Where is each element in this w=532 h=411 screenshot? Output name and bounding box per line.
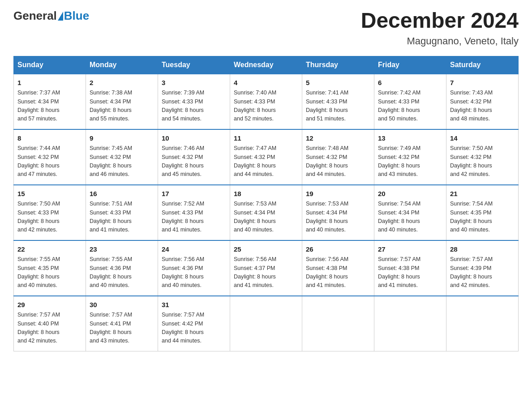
calendar-cell: 4Sunrise: 7:40 AMSunset: 4:33 PMDaylight…	[230, 74, 302, 129]
calendar-subtitle: Magugnano, Veneto, Italy	[361, 35, 519, 47]
header-cell-friday: Friday	[374, 56, 446, 74]
calendar-week-2: 8Sunrise: 7:44 AMSunset: 4:32 PMDaylight…	[14, 129, 519, 185]
day-number: 24	[162, 244, 226, 255]
header-cell-monday: Monday	[86, 56, 158, 74]
calendar-cell: 11Sunrise: 7:47 AMSunset: 4:32 PMDayligh…	[230, 129, 302, 185]
calendar-cell	[374, 296, 446, 351]
day-info: Sunrise: 7:45 AMSunset: 4:32 PMDaylight:…	[90, 144, 154, 179]
day-info: Sunrise: 7:47 AMSunset: 4:32 PMDaylight:…	[234, 144, 298, 179]
day-info: Sunrise: 7:54 AMSunset: 4:35 PMDaylight:…	[450, 200, 515, 235]
calendar-cell: 17Sunrise: 7:52 AMSunset: 4:33 PMDayligh…	[158, 185, 230, 240]
header-cell-saturday: Saturday	[446, 56, 519, 74]
day-info: Sunrise: 7:48 AMSunset: 4:32 PMDaylight:…	[306, 144, 370, 179]
day-number: 29	[17, 300, 82, 310]
day-info: Sunrise: 7:56 AMSunset: 4:36 PMDaylight:…	[162, 255, 226, 290]
calendar-cell: 20Sunrise: 7:54 AMSunset: 4:34 PMDayligh…	[374, 185, 446, 240]
day-number: 25	[234, 244, 298, 255]
day-info: Sunrise: 7:57 AMSunset: 4:38 PMDaylight:…	[378, 255, 442, 290]
day-number: 28	[450, 244, 515, 255]
calendar-cell: 6Sunrise: 7:42 AMSunset: 4:33 PMDaylight…	[374, 74, 446, 129]
day-number: 6	[378, 78, 442, 88]
calendar-week-5: 29Sunrise: 7:57 AMSunset: 4:40 PMDayligh…	[14, 296, 519, 351]
day-number: 5	[306, 78, 370, 88]
day-number: 14	[450, 133, 515, 144]
day-number: 16	[90, 189, 154, 199]
day-info: Sunrise: 7:40 AMSunset: 4:33 PMDaylight:…	[234, 89, 298, 124]
calendar-cell: 9Sunrise: 7:45 AMSunset: 4:32 PMDaylight…	[86, 129, 158, 185]
day-number: 4	[234, 78, 298, 88]
day-number: 30	[90, 300, 154, 310]
calendar-cell: 5Sunrise: 7:41 AMSunset: 4:33 PMDaylight…	[302, 74, 374, 129]
calendar-cell: 22Sunrise: 7:55 AMSunset: 4:35 PMDayligh…	[14, 240, 86, 296]
header-cell-thursday: Thursday	[302, 56, 374, 74]
day-number: 7	[450, 78, 515, 88]
day-number: 18	[234, 189, 298, 199]
day-number: 20	[378, 189, 442, 199]
day-number: 21	[450, 189, 515, 199]
calendar-cell: 14Sunrise: 7:50 AMSunset: 4:32 PMDayligh…	[446, 129, 519, 185]
day-info: Sunrise: 7:50 AMSunset: 4:32 PMDaylight:…	[450, 144, 515, 179]
day-info: Sunrise: 7:57 AMSunset: 4:41 PMDaylight:…	[90, 311, 154, 346]
calendar-cell: 28Sunrise: 7:57 AMSunset: 4:39 PMDayligh…	[446, 240, 519, 296]
day-info: Sunrise: 7:44 AMSunset: 4:32 PMDaylight:…	[17, 144, 82, 179]
day-info: Sunrise: 7:56 AMSunset: 4:38 PMDaylight:…	[306, 255, 370, 290]
day-number: 19	[306, 189, 370, 199]
day-number: 3	[162, 78, 226, 88]
calendar-week-1: 1Sunrise: 7:37 AMSunset: 4:34 PMDaylight…	[14, 74, 519, 129]
calendar-cell: 12Sunrise: 7:48 AMSunset: 4:32 PMDayligh…	[302, 129, 374, 185]
day-info: Sunrise: 7:54 AMSunset: 4:34 PMDaylight:…	[378, 200, 442, 235]
day-info: Sunrise: 7:57 AMSunset: 4:42 PMDaylight:…	[162, 311, 226, 346]
calendar-cell: 18Sunrise: 7:53 AMSunset: 4:34 PMDayligh…	[230, 185, 302, 240]
day-info: Sunrise: 7:49 AMSunset: 4:32 PMDaylight:…	[378, 144, 442, 179]
day-number: 8	[17, 133, 82, 144]
day-info: Sunrise: 7:53 AMSunset: 4:34 PMDaylight:…	[306, 200, 370, 235]
day-number: 10	[162, 133, 226, 144]
day-info: Sunrise: 7:38 AMSunset: 4:34 PMDaylight:…	[90, 89, 154, 124]
title-area: December 2024 Magugnano, Veneto, Italy	[361, 9, 519, 47]
calendar-cell: 13Sunrise: 7:49 AMSunset: 4:32 PMDayligh…	[374, 129, 446, 185]
day-number: 27	[378, 244, 442, 255]
day-number: 23	[90, 244, 154, 255]
day-number: 11	[234, 133, 298, 144]
header-cell-sunday: Sunday	[14, 56, 86, 74]
day-number: 9	[90, 133, 154, 144]
day-number: 2	[90, 78, 154, 88]
day-number: 12	[306, 133, 370, 144]
day-info: Sunrise: 7:43 AMSunset: 4:32 PMDaylight:…	[450, 89, 515, 124]
calendar-cell: 21Sunrise: 7:54 AMSunset: 4:35 PMDayligh…	[446, 185, 519, 240]
header-cell-tuesday: Tuesday	[158, 56, 230, 74]
calendar-table: SundayMondayTuesdayWednesdayThursdayFrid…	[13, 56, 519, 351]
calendar-cell: 10Sunrise: 7:46 AMSunset: 4:32 PMDayligh…	[158, 129, 230, 185]
day-number: 26	[306, 244, 370, 255]
calendar-cell: 31Sunrise: 7:57 AMSunset: 4:42 PMDayligh…	[158, 296, 230, 351]
calendar-cell: 3Sunrise: 7:39 AMSunset: 4:33 PMDaylight…	[158, 74, 230, 129]
day-info: Sunrise: 7:52 AMSunset: 4:33 PMDaylight:…	[162, 200, 226, 235]
day-info: Sunrise: 7:41 AMSunset: 4:33 PMDaylight:…	[306, 89, 370, 124]
calendar-body: 1Sunrise: 7:37 AMSunset: 4:34 PMDaylight…	[14, 74, 519, 351]
calendar-cell	[446, 296, 519, 351]
calendar-week-4: 22Sunrise: 7:55 AMSunset: 4:35 PMDayligh…	[14, 240, 519, 296]
calendar-header: SundayMondayTuesdayWednesdayThursdayFrid…	[14, 56, 519, 74]
day-number: 31	[162, 300, 226, 310]
calendar-cell: 7Sunrise: 7:43 AMSunset: 4:32 PMDaylight…	[446, 74, 519, 129]
calendar-cell	[230, 296, 302, 351]
calendar-cell: 26Sunrise: 7:56 AMSunset: 4:38 PMDayligh…	[302, 240, 374, 296]
day-info: Sunrise: 7:57 AMSunset: 4:39 PMDaylight:…	[450, 255, 515, 290]
day-info: Sunrise: 7:46 AMSunset: 4:32 PMDaylight:…	[162, 144, 226, 179]
calendar-cell: 30Sunrise: 7:57 AMSunset: 4:41 PMDayligh…	[86, 296, 158, 351]
day-info: Sunrise: 7:42 AMSunset: 4:33 PMDaylight:…	[378, 89, 442, 124]
logo-triangle-icon	[58, 12, 63, 21]
day-info: Sunrise: 7:50 AMSunset: 4:33 PMDaylight:…	[17, 200, 82, 235]
calendar-cell: 19Sunrise: 7:53 AMSunset: 4:34 PMDayligh…	[302, 185, 374, 240]
header-row: SundayMondayTuesdayWednesdayThursdayFrid…	[14, 56, 519, 74]
day-info: Sunrise: 7:51 AMSunset: 4:33 PMDaylight:…	[90, 200, 154, 235]
calendar-cell	[302, 296, 374, 351]
calendar-week-3: 15Sunrise: 7:50 AMSunset: 4:33 PMDayligh…	[14, 185, 519, 240]
logo-blue-text: Blue	[64, 9, 89, 23]
calendar-cell: 8Sunrise: 7:44 AMSunset: 4:32 PMDaylight…	[14, 129, 86, 185]
calendar-cell: 27Sunrise: 7:57 AMSunset: 4:38 PMDayligh…	[374, 240, 446, 296]
day-info: Sunrise: 7:57 AMSunset: 4:40 PMDaylight:…	[17, 311, 82, 346]
page-header: General Blue December 2024 Magugnano, Ve…	[13, 9, 519, 47]
day-number: 15	[17, 189, 82, 199]
day-number: 22	[17, 244, 82, 255]
